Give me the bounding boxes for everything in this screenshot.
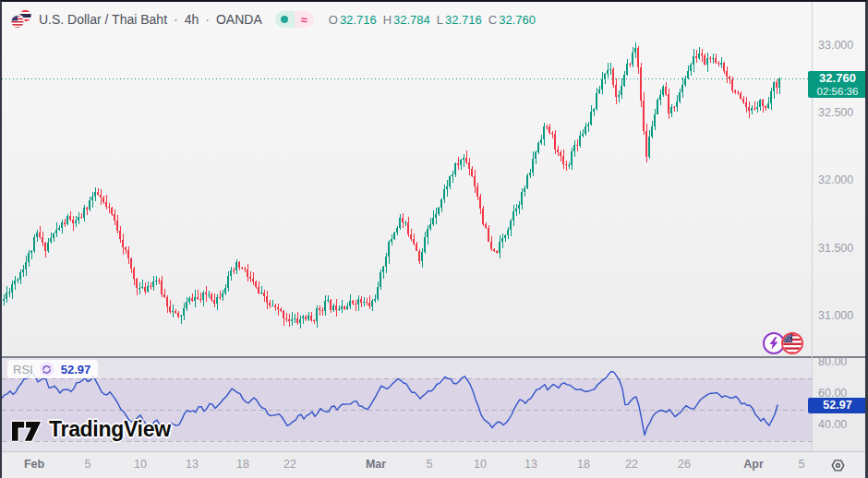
us-events-flag-icon[interactable] <box>781 332 803 354</box>
us-thai-flag-icon <box>9 8 33 30</box>
watermark-text: TradingView <box>49 417 171 442</box>
time-tick-label: 18 <box>236 458 249 471</box>
close-label: C <box>488 13 497 27</box>
rsi-legend: RSI 52.97 <box>7 360 98 378</box>
time-tick-label: 18 <box>577 458 590 471</box>
interval-label[interactable]: 4h <box>185 12 199 27</box>
exchange-label[interactable]: OANDA <box>216 12 262 27</box>
candlestick-pane[interactable] <box>2 2 813 357</box>
time-tick-label: 10 <box>134 458 147 471</box>
bar-countdown: 02:56:36 <box>808 85 867 98</box>
axis-tick-label: 32.000 <box>818 173 853 186</box>
time-tick-label: 5 <box>799 458 805 471</box>
time-tick-label: 22 <box>283 458 296 471</box>
pane-separator[interactable] <box>2 356 865 358</box>
time-tick-label: Mar <box>366 458 386 471</box>
lightning-icon <box>768 337 779 350</box>
tradingview-mark-icon <box>11 417 42 442</box>
last-price-badge: 32.760 02:56:36 <box>808 71 867 98</box>
time-tick-label: 13 <box>524 458 537 471</box>
legend-separator: · <box>204 12 211 27</box>
time-tick-label: 26 <box>678 458 691 471</box>
rsi-value: 52.97 <box>61 363 91 376</box>
time-axis[interactable]: Feb510131822Mar51013182226Apr5 <box>2 451 813 478</box>
rsi-label[interactable]: RSI <box>13 363 33 376</box>
symbol-name[interactable]: U.S. Dollar / Thai Baht <box>39 12 167 27</box>
axis-tick-label: 80.00 <box>818 355 847 368</box>
chart-window: U.S. Dollar / Thai Baht · 4h · OANDA ≈ O… <box>0 0 868 478</box>
time-tick-label: Feb <box>24 458 44 471</box>
axis-tick-label: 31.000 <box>818 309 853 322</box>
open-label: O <box>329 13 338 27</box>
us-flag-icon <box>783 334 802 353</box>
market-open-dot-icon[interactable] <box>275 11 295 28</box>
axis-tick-label: 33.000 <box>818 39 853 52</box>
market-status-pill[interactable]: ≈ <box>275 11 314 28</box>
time-tick-label: 13 <box>186 458 199 471</box>
open-value: 32.716 <box>340 13 377 27</box>
time-tick-label: 22 <box>625 458 638 471</box>
time-tick-label: 5 <box>85 458 91 471</box>
sync-icon[interactable] <box>40 362 54 376</box>
last-price-value: 32.760 <box>808 72 867 85</box>
rsi-value-badge: 52.97 <box>808 398 867 413</box>
time-tick-label: 10 <box>474 458 487 471</box>
axis-tick-label: 32.500 <box>818 106 853 119</box>
low-label: L <box>437 13 443 27</box>
high-value: 32.784 <box>393 13 430 27</box>
axis-tick-label: 31.500 <box>818 242 853 255</box>
legend-separator: · <box>173 12 179 27</box>
tradingview-logo[interactable]: TradingView <box>11 417 171 442</box>
axis-tick-label: 40.00 <box>818 418 847 431</box>
close-value: 32.760 <box>499 13 536 27</box>
time-tick-label: Apr <box>743 458 764 471</box>
ohlc-readout: O 32.716 H 32.784 L 32.716 C 32.760 <box>329 13 536 27</box>
low-value: 32.716 <box>445 13 482 27</box>
high-label: H <box>383 13 392 27</box>
symbol-legend: U.S. Dollar / Thai Baht · 4h · OANDA ≈ O… <box>9 8 536 30</box>
time-tick-label: 5 <box>427 458 433 471</box>
price-axis[interactable]: 33.00032.50032.00031.50031.00080.0060.00… <box>813 2 868 451</box>
approx-values-icon[interactable]: ≈ <box>295 11 314 28</box>
gear-icon[interactable] <box>827 456 848 476</box>
